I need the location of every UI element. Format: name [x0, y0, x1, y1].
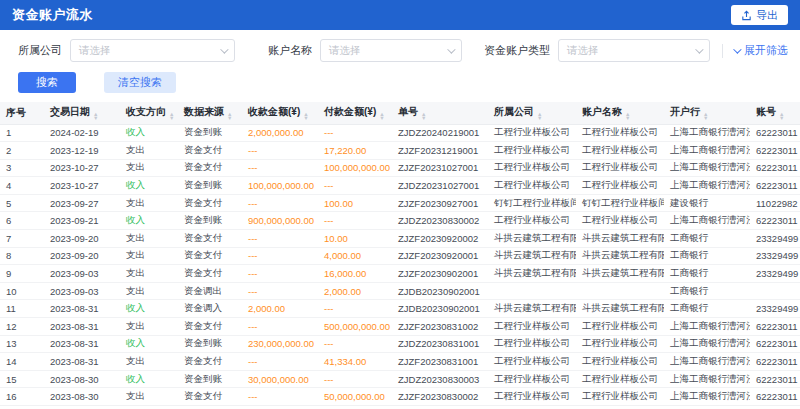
cell-payment: --- [318, 300, 392, 318]
cell-direction: 收入 [120, 300, 178, 318]
cell-source: 资金支付 [178, 318, 242, 336]
transactions-table: 序号交易日期▲▼收支方向▲▼数据来源▲▼收款金额(¥)▲▼付款金额(¥)▲▼单号… [0, 102, 800, 409]
column-header-index: 序号 [0, 102, 44, 124]
cell-bank: 上海工商银行漕河泾支行 [664, 124, 750, 142]
cell-payment: --- [318, 370, 392, 388]
column-label: 所属公司 [494, 106, 534, 117]
cell-direction: 收入 [120, 177, 178, 195]
page-header: 资金账户流水 导出 [0, 0, 800, 30]
cell-order_no: ZJDZ20230831001 [392, 335, 488, 353]
column-header-direction[interactable]: 收支方向▲▼ [120, 102, 178, 124]
cell-payment: 17,220.00 [318, 142, 392, 160]
cell-date: 2024-02-19 [44, 124, 120, 142]
search-button[interactable]: 搜索 [18, 72, 76, 93]
cell-source: 资金调入 [178, 300, 242, 318]
cell-source: 资金支付 [178, 159, 242, 177]
cell-direction: 支出 [120, 247, 178, 265]
table-header-row: 序号交易日期▲▼收支方向▲▼数据来源▲▼收款金额(¥)▲▼付款金额(¥)▲▼单号… [0, 102, 800, 124]
cell-account_no: 11022982 [750, 194, 800, 212]
cell-date: 2023-08-30 [44, 388, 120, 406]
cell-bank: 工商银行 [664, 230, 750, 248]
filter-field-account-name: 账户名称 请选择 [268, 39, 462, 62]
cell-company: 工程行业样板公司 [488, 318, 576, 336]
expand-filters-link[interactable]: 展开筛选 [733, 43, 788, 58]
column-label: 交易日期 [50, 106, 90, 117]
column-header-income[interactable]: 收款金额(¥)▲▼ [242, 102, 318, 124]
cell-date: 2023-08-31 [44, 318, 120, 336]
column-header-account_no[interactable]: 账号▲▼ [750, 102, 800, 124]
chevron-down-icon [733, 45, 741, 53]
cell-source: 资金支付 [178, 353, 242, 371]
cell-order_no: ZJDZ20240219001 [392, 124, 488, 142]
column-header-payment[interactable]: 付款金额(¥)▲▼ [318, 102, 392, 124]
column-header-company[interactable]: 所属公司▲▼ [488, 102, 576, 124]
cell-direction: 支出 [120, 159, 178, 177]
cell-account: 工程行业样板公司 [576, 124, 664, 142]
cell-payment: --- [318, 124, 392, 142]
cell-bank: 上海工商银行漕河泾支行 [664, 406, 750, 409]
export-button[interactable]: 导出 [731, 5, 788, 25]
cell-bank: 上海工商银行漕河泾支行 [664, 370, 750, 388]
cell-payment: 2,000.00 [318, 282, 392, 300]
cell-payment: 10.00 [318, 230, 392, 248]
cell-source: 资金到账 [178, 177, 242, 195]
cell-index: 14 [0, 353, 44, 371]
cell-index: 4 [0, 177, 44, 195]
cell-order_no: ZJZF20230831001 [392, 353, 488, 371]
cell-company: 工程行业样板公司 [488, 159, 576, 177]
sort-icon: ▲▼ [625, 112, 630, 121]
sort-icon: ▲▼ [303, 112, 308, 121]
column-label: 付款金额(¥) [324, 106, 376, 117]
chevron-down-icon [447, 45, 455, 53]
filter-bar: 所属公司 请选择 账户名称 请选择 资金账户类型 请选择 [0, 30, 800, 62]
column-label: 收款金额(¥) [248, 106, 300, 117]
cell-account_no: 62223011 [750, 142, 800, 160]
transactions-table-grid: 序号交易日期▲▼收支方向▲▼数据来源▲▼收款金额(¥)▲▼付款金额(¥)▲▼单号… [0, 102, 800, 409]
cell-account: 斗拱云建筑工程有限公司 [576, 230, 664, 248]
sort-icon: ▲▼ [779, 112, 784, 121]
cell-account: 工程行业样板公司 [576, 318, 664, 336]
account-name-select[interactable]: 请选择 [320, 39, 462, 62]
cell-order_no: ZJZF20231027001 [392, 159, 488, 177]
cell-account [576, 282, 664, 300]
cell-order_no: ZJDZ20231027001 [392, 177, 488, 195]
table-row: 122023-08-31支出资金支付---500,000,000.00ZJZF2… [0, 318, 800, 336]
table-body: 12024-02-19收入资金到账2,000,000.00---ZJDZ2024… [0, 124, 800, 409]
column-label: 序号 [6, 107, 26, 118]
cell-company: 斗拱云建筑工程有限公司 [488, 265, 576, 283]
column-header-source[interactable]: 数据来源▲▼ [178, 102, 242, 124]
cell-order_no: ZJDZ20230830003 [392, 370, 488, 388]
cell-bank: 上海工商银行漕河泾支行 [664, 353, 750, 371]
account-name-select-placeholder: 请选择 [329, 44, 361, 58]
cell-account_no: 62223011 [750, 335, 800, 353]
table-row: 132023-08-31收入资金到账230,000,000.00---ZJDZ2… [0, 335, 800, 353]
cell-bank: 上海工商银行漕河泾支行 [664, 142, 750, 160]
column-header-bank[interactable]: 开户行▲▼ [664, 102, 750, 124]
cell-income: 2,000,000.00 [242, 124, 318, 142]
column-label: 单号 [398, 106, 418, 117]
cell-index: 2 [0, 142, 44, 160]
cell-payment: --- [318, 335, 392, 353]
table-header: 序号交易日期▲▼收支方向▲▼数据来源▲▼收款金额(¥)▲▼付款金额(¥)▲▼单号… [0, 102, 800, 124]
chevron-down-icon [220, 45, 228, 53]
table-row: 152023-08-30收入资金到账30,000,000.00---ZJDZ20… [0, 370, 800, 388]
column-header-order_no[interactable]: 单号▲▼ [392, 102, 488, 124]
cell-order_no: ZJZF20230830002 [392, 388, 488, 406]
cell-account_no: 23329499 [750, 230, 800, 248]
cell-direction: 收入 [120, 124, 178, 142]
cell-income: 230,000,000.00 [242, 335, 318, 353]
cell-index: 8 [0, 247, 44, 265]
table-row: 112023-08-31收入资金调入2,000.00---ZJDB2023090… [0, 300, 800, 318]
column-header-date[interactable]: 交易日期▲▼ [44, 102, 120, 124]
table-row: 172023-08-30支出资金支付---3,320.00ZJZF2023083… [0, 406, 800, 409]
cell-company: 工程行业样板公司 [488, 177, 576, 195]
cell-index: 17 [0, 406, 44, 409]
cell-account: 工程行业样板公司 [576, 212, 664, 230]
account-type-select[interactable]: 请选择 [558, 39, 710, 62]
column-header-account[interactable]: 账户名称▲▼ [576, 102, 664, 124]
cell-company: 工程行业样板公司 [488, 370, 576, 388]
company-select[interactable]: 请选择 [70, 39, 235, 62]
clear-search-button[interactable]: 清空搜索 [104, 72, 176, 93]
cell-source: 资金到账 [178, 370, 242, 388]
cell-account: 工程行业样板公司 [576, 370, 664, 388]
